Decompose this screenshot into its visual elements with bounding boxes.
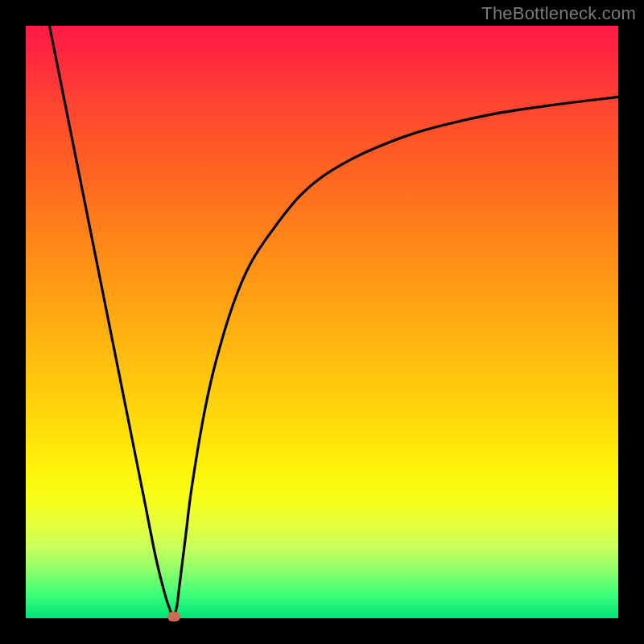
curve-path	[49, 26, 618, 618]
chart-frame: TheBottleneck.com	[0, 0, 644, 644]
bottleneck-curve	[26, 26, 618, 618]
watermark-text: TheBottleneck.com	[481, 3, 636, 24]
minimum-marker	[167, 612, 180, 621]
plot-area	[26, 26, 618, 618]
